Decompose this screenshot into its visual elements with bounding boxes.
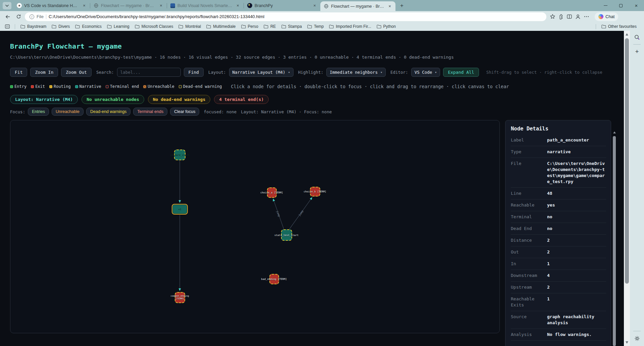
bookmark-folder[interactable]: Economics xyxy=(72,23,104,30)
bookmark-folder[interactable]: Learning xyxy=(104,23,132,30)
bookmark-folder[interactable]: RE xyxy=(261,23,279,30)
flow-node[interactable]: common_ending [TERM] xyxy=(175,292,185,303)
flow-node[interactable]: stats_test_start xyxy=(281,229,292,241)
flowchart-canvas[interactable]: jumpjump compare_start+1choice_a [TERM]c… xyxy=(10,120,500,333)
menu-dots-icon[interactable] xyxy=(584,14,589,19)
sidebar-add-button[interactable]: + xyxy=(632,47,642,57)
editor-select[interactable]: VS Code▾ xyxy=(411,68,440,77)
folder-icon xyxy=(206,24,211,28)
flow-node[interactable]: compare_start xyxy=(174,150,185,160)
bookmark-folder[interactable]: Microsoft Classes xyxy=(132,23,176,30)
apps-launcher-icon[interactable] xyxy=(3,23,11,30)
panel-scroll-up-arrow[interactable] xyxy=(613,131,616,133)
minimize-button[interactable] xyxy=(598,0,613,11)
find-button[interactable]: Find xyxy=(184,68,204,77)
plus-icon: + xyxy=(635,48,639,55)
panel-scrollbar-thumb[interactable] xyxy=(613,136,616,346)
focus-row: Focus: EntriesUnreachableDead-end warnin… xyxy=(10,108,624,116)
legend-label: Narrative xyxy=(79,84,101,89)
flow-node[interactable]: choice_a [TERM] xyxy=(267,187,277,198)
tab-close-button[interactable]: × xyxy=(235,3,241,9)
bookmarks-divider xyxy=(15,24,15,29)
browser-scrollbar-thumb[interactable] xyxy=(625,38,629,284)
browser-scrollbar[interactable] xyxy=(624,31,630,346)
focus-button-unreachable[interactable]: Unreachable xyxy=(52,108,84,116)
tab-1[interactable]: ∗VS Code vs Standalone HTML× xyxy=(13,0,90,11)
refresh-button[interactable] xyxy=(14,12,23,21)
site-info-icon[interactable]: i xyxy=(30,14,34,19)
flow-node[interactable]: choice_b [TERM] xyxy=(310,187,320,196)
tab-title: VS Code vs Standalone HTML xyxy=(24,3,79,8)
tab-3[interactable]: Build Visual Novels Smarter — Bra× xyxy=(167,0,244,11)
address-bar-actions xyxy=(550,14,589,20)
bookmark-label: Temp xyxy=(314,24,324,29)
zoom-out-button[interactable]: Zoom Out xyxy=(61,68,92,77)
tab-close-button[interactable]: × xyxy=(387,3,393,9)
detail-row: Upstream2 xyxy=(511,282,606,293)
canvas-hint: Click a node for details · double-click … xyxy=(231,84,509,89)
extensions-icon[interactable] xyxy=(558,14,564,19)
rail-divider-top xyxy=(633,44,641,45)
tab-4[interactable]: BranchPy× xyxy=(244,0,320,11)
scroll-up-arrow[interactable] xyxy=(626,33,628,36)
doc-favicon xyxy=(170,3,175,8)
detail-value: 1 xyxy=(547,296,606,308)
back-button[interactable] xyxy=(3,12,12,21)
split-screen-icon[interactable] xyxy=(567,14,572,19)
node-details-table: Labelpath_a_encounterTypenarrativeFileC:… xyxy=(511,134,606,341)
bookmark-folder[interactable]: Montréal xyxy=(176,23,204,30)
legend-item-terminal: Terminal end xyxy=(106,84,139,89)
other-favourites-folder[interactable]: Other favourites xyxy=(599,23,639,30)
expand-all-button[interactable]: Expand All xyxy=(443,68,479,77)
tab-close-button[interactable]: × xyxy=(158,3,164,9)
focus-button-dead-end-warnings[interactable]: Dead-end warnings xyxy=(86,108,130,116)
profile-avatar-icon[interactable] xyxy=(575,14,581,20)
layout-select[interactable]: Narrative Layout (M4)▾ xyxy=(229,68,293,77)
tab-search-button[interactable] xyxy=(3,2,11,9)
flow-edges: jumpjump xyxy=(10,120,500,333)
sidebar-search-button[interactable] xyxy=(632,32,642,42)
refresh-icon xyxy=(16,14,21,19)
highlight-select[interactable]: Immediate neighbors▾ xyxy=(326,68,386,77)
favorite-star-icon[interactable] xyxy=(550,14,555,19)
flow-node-label: bad_ending [TERM] xyxy=(261,278,287,281)
bookmark-folder[interactable]: Temp xyxy=(305,23,326,30)
detail-row: Reachable Exits1 xyxy=(511,293,606,311)
panel-scrollbar[interactable] xyxy=(613,131,616,346)
bookmark-folder[interactable]: Divers xyxy=(49,23,72,30)
flow-node[interactable]: bad_ending [TERM] xyxy=(269,274,279,284)
copilot-chat-button[interactable]: Chat xyxy=(595,12,618,21)
url-field[interactable]: i File C:/Users/terru/OneDrive/Documents… xyxy=(25,12,546,21)
bookmark-folder[interactable]: Python xyxy=(374,23,398,30)
bookmark-folder[interactable]: Imported From Fir... xyxy=(326,23,374,30)
bookmark-folder[interactable]: Multimediale xyxy=(204,23,238,30)
bookmark-label: Imported From Fir... xyxy=(336,24,371,29)
detail-label: Terminal xyxy=(511,214,543,220)
detail-row: FileC:\Users\terru\OneDrive\Documents\br… xyxy=(511,158,606,188)
bookmark-folder[interactable]: Baystream xyxy=(18,23,49,30)
close-button[interactable]: × xyxy=(629,0,644,11)
tab-close-button[interactable]: × xyxy=(81,3,87,9)
layout-label: Layout: xyxy=(208,70,226,75)
bookmark-folder[interactable]: Stampa xyxy=(279,23,305,30)
tab-2[interactable]: Flowchart — mygame · BranchPy× xyxy=(90,0,167,11)
scroll-down-arrow[interactable] xyxy=(626,341,628,344)
search-input[interactable] xyxy=(117,68,181,77)
fit-button[interactable]: Fit xyxy=(10,68,27,77)
bookmark-label: Learning xyxy=(114,24,129,29)
sidebar-settings-button[interactable] xyxy=(632,333,642,343)
detail-label: Label xyxy=(511,137,543,143)
flow-node-label: compare_start xyxy=(170,154,190,157)
maximize-button[interactable] xyxy=(613,0,629,11)
focus-button-clear-focus[interactable]: Clear focus xyxy=(170,108,199,116)
bookmark-folder[interactable]: Perso xyxy=(238,23,261,30)
tab-close-button[interactable]: × xyxy=(312,3,318,9)
focus-button-entries[interactable]: Entries xyxy=(28,108,49,116)
flow-node[interactable]: +1 xyxy=(172,204,188,215)
folder-icon xyxy=(307,24,312,28)
new-tab-button[interactable]: + xyxy=(397,2,406,10)
focus-button-terminal-ends[interactable]: Terminal ends xyxy=(133,108,167,116)
zoom-in-button[interactable]: Zoom In xyxy=(30,68,58,77)
focus-buttons: EntriesUnreachableDead-end warningsTermi… xyxy=(28,108,199,116)
tab-5[interactable]: Flowchart — mygame · BranchPy× xyxy=(320,1,395,11)
